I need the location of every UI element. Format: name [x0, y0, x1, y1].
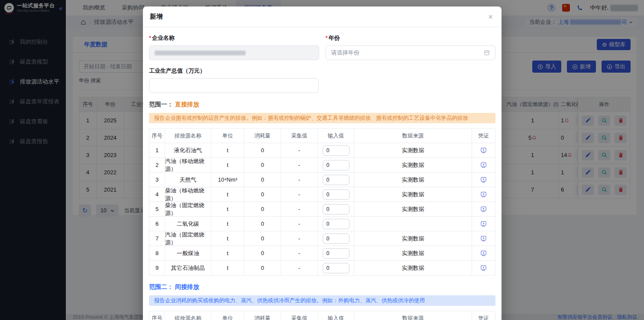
- cell-consumption: 0: [244, 261, 281, 275]
- emission-col-header: 输入值: [318, 311, 354, 320]
- emission-col-header: 消耗量: [244, 311, 281, 320]
- cell-source-name: 一般煤油: [165, 246, 211, 260]
- voucher-upload-icon[interactable]: [480, 235, 487, 242]
- voucher-upload-icon[interactable]: [480, 176, 487, 183]
- cell-consumption: 0: [244, 173, 281, 187]
- cell-consumption: 0: [244, 246, 281, 260]
- cell-unit: 10⁴Nm³: [211, 173, 244, 187]
- cell-no: 3: [149, 173, 165, 187]
- cell-collected: -: [281, 173, 318, 187]
- voucher-upload-icon[interactable]: [480, 250, 487, 256]
- gdp-field-group: 工业生产总值（万元）: [149, 67, 319, 93]
- year-field-group: *年份 请选择年份: [326, 34, 496, 60]
- emission-col-header: 排放源名称: [165, 311, 211, 320]
- cell-input: [318, 158, 354, 172]
- cell-no: 6: [149, 217, 165, 231]
- emission-row: 3 天然气 10⁴Nm³ 0 - 实测数据: [149, 173, 495, 187]
- scope1-banner: 报告企业拥有或控制的运营产生的排放。例如：拥有或控制的锅炉、交通工具等燃烧的排放…: [149, 113, 495, 123]
- cell-no: 4: [149, 187, 165, 202]
- cell-source-name: 柴油（固定燃烧源）: [165, 202, 211, 216]
- cell-data-source: 实测数据: [354, 173, 472, 187]
- cell-data-source: 实测数据: [354, 158, 472, 172]
- cell-source-name: 柴油（移动燃烧源）: [165, 187, 211, 202]
- cell-data-source: 实测数据: [354, 261, 472, 275]
- cell-voucher: [472, 217, 495, 231]
- value-input[interactable]: [323, 204, 350, 214]
- cell-source-name: 天然气: [165, 173, 211, 187]
- cell-unit: t: [211, 158, 244, 172]
- cell-consumption: 0: [244, 143, 281, 157]
- cell-source-name: 其它石油制品: [165, 261, 211, 275]
- emission-row: 5 柴油（固定燃烧源） t 0 - 实测数据: [149, 202, 495, 217]
- modal-title: 新增: [150, 13, 163, 21]
- value-input[interactable]: [323, 234, 350, 244]
- gdp-input[interactable]: [149, 78, 319, 93]
- cell-consumption: 0: [244, 217, 281, 231]
- cell-input: [318, 202, 354, 216]
- voucher-upload-icon[interactable]: [480, 162, 487, 168]
- cell-data-source: 实测数据: [354, 187, 472, 202]
- close-icon[interactable]: ×: [488, 13, 493, 21]
- emission-col-header: 数据来源: [354, 129, 472, 143]
- cell-unit: t: [211, 246, 244, 260]
- cell-no: 9: [149, 261, 165, 275]
- emission-row: 1 液化石油气 t 0 - 实测数据: [149, 143, 495, 158]
- emission-col-header: 单位: [211, 129, 244, 143]
- value-input[interactable]: [323, 248, 350, 259]
- cell-input: [318, 217, 354, 231]
- cell-voucher: [472, 202, 495, 216]
- cell-no: 2: [149, 158, 165, 172]
- cell-unit: t: [211, 231, 244, 246]
- year-select-input[interactable]: 请选择年份: [326, 45, 496, 60]
- cell-input: [318, 173, 354, 187]
- cell-data-source: 实测数据: [354, 231, 472, 246]
- scope1-table: 序号排放源名称单位消耗量采集值输入值数据来源凭证 1 液化石油气 t 0 - 实…: [149, 128, 495, 275]
- scope2-banner: 报告企业消耗的购买或收购的电力、蒸汽、供热或供冷而产生的排放。例如：外购电力、蒸…: [149, 295, 495, 306]
- emission-col-header: 凭证: [472, 129, 495, 143]
- value-input[interactable]: [323, 145, 350, 156]
- modal-header: 新增 ×: [143, 6, 502, 27]
- voucher-upload-icon[interactable]: [480, 265, 487, 271]
- cell-voucher: [472, 246, 495, 260]
- cell-data-source: [354, 217, 472, 231]
- cell-collected: -: [281, 187, 318, 202]
- value-input[interactable]: [323, 175, 350, 185]
- emission-col-header: 序号: [149, 129, 165, 143]
- value-input[interactable]: [323, 219, 350, 229]
- modal-body: *企业名称 *年份 请选择年份 工业生产总值（万元）: [143, 27, 502, 320]
- cell-collected: -: [281, 231, 318, 246]
- cell-voucher: [472, 187, 495, 202]
- voucher-upload-icon[interactable]: [480, 147, 487, 154]
- emission-col-header: 凭证: [472, 311, 495, 320]
- company-name-input[interactable]: [149, 45, 319, 60]
- cell-voucher: [472, 231, 495, 246]
- cell-input: [318, 231, 354, 246]
- emission-col-header: 采集值: [281, 129, 318, 143]
- value-input[interactable]: [323, 263, 350, 273]
- cell-collected: -: [281, 158, 318, 172]
- cell-unit: t: [211, 261, 244, 275]
- emission-col-header: 排放源名称: [165, 129, 211, 143]
- voucher-upload-icon[interactable]: [480, 221, 487, 227]
- company-value-redacted: [155, 51, 246, 55]
- cell-collected: -: [281, 246, 318, 260]
- cell-input: [318, 143, 354, 157]
- cell-voucher: [472, 261, 495, 275]
- cell-collected: -: [281, 143, 318, 157]
- emission-col-header: 数据来源: [354, 311, 472, 320]
- cell-unit: t: [211, 187, 244, 202]
- voucher-upload-icon[interactable]: [480, 206, 487, 212]
- value-input[interactable]: [323, 189, 350, 200]
- voucher-upload-icon[interactable]: [480, 191, 487, 198]
- cell-voucher: [472, 158, 495, 172]
- cell-voucher: [472, 143, 495, 157]
- cell-unit: t: [211, 143, 244, 157]
- cell-input: [318, 246, 354, 260]
- cell-consumption: 0: [244, 158, 281, 172]
- cell-unit: t: [211, 202, 244, 216]
- cell-data-source: 实测数据: [354, 202, 472, 216]
- value-input[interactable]: [323, 160, 350, 170]
- cell-no: 5: [149, 202, 165, 216]
- emission-table-header: 序号排放源名称单位消耗量采集值输入值数据来源凭证: [149, 311, 495, 320]
- year-field-label: *年份: [326, 34, 496, 42]
